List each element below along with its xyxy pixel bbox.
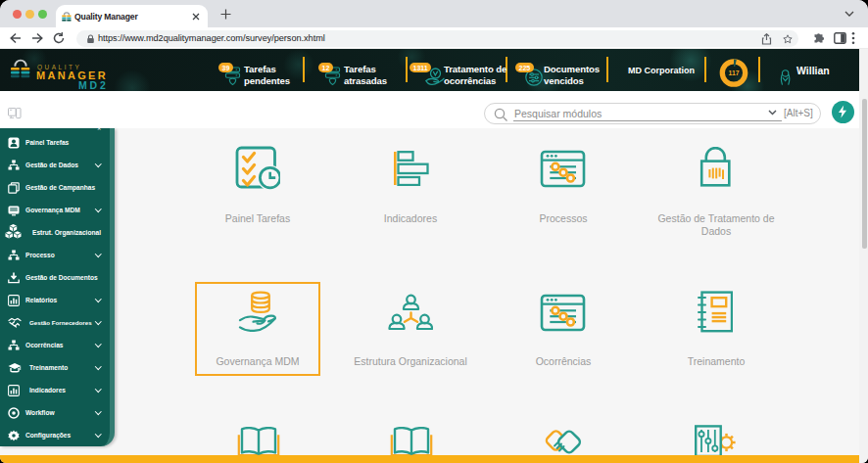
svg-text:117: 117 [729, 69, 740, 76]
